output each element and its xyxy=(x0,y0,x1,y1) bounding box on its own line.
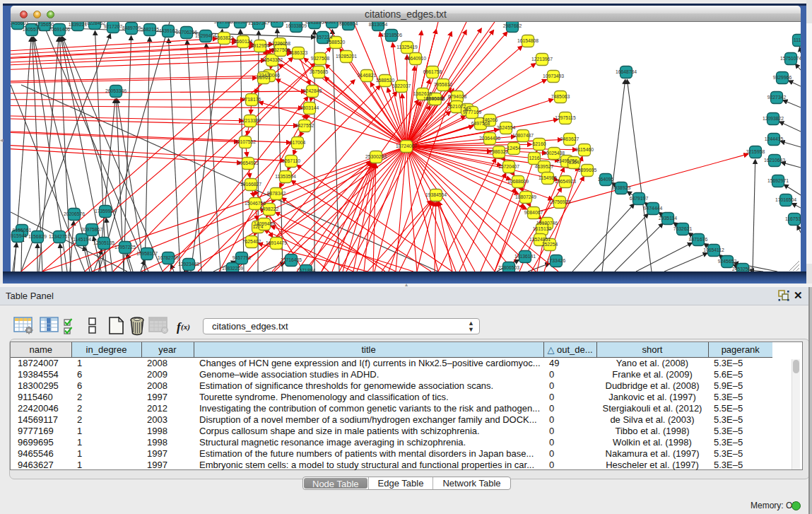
svg-text:1362615: 1362615 xyxy=(413,91,433,96)
svg-text:22455603: 22455603 xyxy=(11,22,28,25)
svg-text:8878342: 8878342 xyxy=(267,191,286,196)
svg-text:62160: 62160 xyxy=(533,141,546,146)
svg-text:1145194: 1145194 xyxy=(73,237,91,242)
svg-text:12923448: 12923448 xyxy=(178,262,199,267)
svg-text:9155061: 9155061 xyxy=(13,228,32,233)
svg-text:98961: 98961 xyxy=(257,75,271,80)
svg-text:1244415: 1244415 xyxy=(765,136,784,141)
svg-text:11353594: 11353594 xyxy=(275,174,296,179)
svg-text:4639527: 4639527 xyxy=(535,164,554,169)
svg-text:8186323: 8186323 xyxy=(289,50,308,55)
svg-text:10958107: 10958107 xyxy=(136,251,158,256)
svg-text:12213389: 12213389 xyxy=(240,118,261,123)
svg-text:19218506: 19218506 xyxy=(381,33,402,37)
svg-text:6899695: 6899695 xyxy=(578,168,597,173)
svg-text:9245652: 9245652 xyxy=(718,259,737,264)
svg-text:12213967: 12213967 xyxy=(531,57,553,62)
svg-text:8364: 8364 xyxy=(568,160,579,165)
svg-text:19654923: 19654923 xyxy=(237,160,259,165)
svg-text:1615132: 1615132 xyxy=(533,226,552,231)
svg-text:7357224: 7357224 xyxy=(314,35,333,40)
svg-text:16033809: 16033809 xyxy=(286,23,307,28)
svg-text:6794028: 6794028 xyxy=(448,94,467,99)
svg-text:7485063: 7485063 xyxy=(551,94,570,99)
svg-text:9457791: 9457791 xyxy=(233,255,252,260)
svg-text:9329966: 9329966 xyxy=(773,75,792,80)
svg-text:9242848: 9242848 xyxy=(303,88,322,93)
svg-text:10228452: 10228452 xyxy=(84,22,105,25)
svg-text:9463627: 9463627 xyxy=(560,136,579,141)
svg-text:10654112: 10654112 xyxy=(703,247,724,252)
svg-text:2718176: 2718176 xyxy=(242,97,261,102)
svg-text:11325419: 11325419 xyxy=(396,45,418,49)
svg-text:3215958: 3215958 xyxy=(746,149,765,154)
svg-text:15720407: 15720407 xyxy=(498,164,519,169)
svg-text:164095: 164095 xyxy=(598,177,614,182)
svg-text:3915941: 3915941 xyxy=(11,233,27,238)
svg-text:746266: 746266 xyxy=(482,117,498,122)
svg-text:3624554: 3624554 xyxy=(497,125,516,130)
svg-text:16543362: 16543362 xyxy=(261,57,283,62)
svg-text:1733426: 1733426 xyxy=(547,258,566,263)
svg-text:20691406: 20691406 xyxy=(49,27,70,32)
svg-text:17359924: 17359924 xyxy=(95,209,116,214)
svg-text:23706266: 23706266 xyxy=(176,30,197,35)
svg-text:8471676: 8471676 xyxy=(689,237,708,242)
svg-text:10973493: 10973493 xyxy=(543,74,564,78)
svg-text:7986322: 7986322 xyxy=(490,149,509,154)
svg-text:10025438: 10025438 xyxy=(543,151,565,156)
svg-text:16648784: 16648784 xyxy=(616,69,637,74)
svg-text:12093822: 12093822 xyxy=(763,116,784,121)
svg-text:19756928: 19756928 xyxy=(549,199,570,204)
svg-text:1117: 1117 xyxy=(794,37,801,42)
svg-text:2987682: 2987682 xyxy=(503,23,522,28)
svg-text:3267110: 3267110 xyxy=(282,158,300,163)
svg-text:19654923: 19654923 xyxy=(555,179,576,184)
svg-text:12505135: 12505135 xyxy=(93,240,114,245)
svg-text:13226058: 13226058 xyxy=(269,41,290,46)
svg-text:10107552: 10107552 xyxy=(235,139,256,144)
svg-text:13524851: 13524851 xyxy=(529,237,551,242)
svg-text:6961758: 6961758 xyxy=(423,69,442,74)
svg-text:20364436: 20364436 xyxy=(479,136,500,141)
svg-text:3675685: 3675685 xyxy=(310,69,329,74)
svg-text:12342757: 12342757 xyxy=(49,234,70,239)
svg-text:8660124: 8660124 xyxy=(234,39,253,44)
svg-text:22806503: 22806503 xyxy=(498,265,519,270)
svg-text:20206576: 20206576 xyxy=(64,211,85,216)
svg-text:16914479: 16914479 xyxy=(266,240,287,245)
svg-text:14099489: 14099489 xyxy=(254,221,275,226)
svg-text:9474444: 9474444 xyxy=(644,206,663,211)
svg-text:1216: 1216 xyxy=(529,156,539,160)
svg-text:1405571: 1405571 xyxy=(23,27,42,32)
svg-text:15751074: 15751074 xyxy=(780,56,801,61)
svg-text:8427552: 8427552 xyxy=(295,123,314,128)
svg-text:8938923: 8938923 xyxy=(612,185,631,190)
svg-text:4143890: 4143890 xyxy=(305,22,324,25)
svg-text:6879197: 6879197 xyxy=(630,196,649,201)
svg-text:15157347: 15157347 xyxy=(248,22,269,25)
svg-text:10688609: 10688609 xyxy=(507,179,529,184)
svg-text:30975867: 30975867 xyxy=(81,227,102,232)
svg-text:26053346: 26053346 xyxy=(105,88,126,93)
svg-text:10807487: 10807487 xyxy=(512,133,534,138)
svg-text:9115460: 9115460 xyxy=(575,147,594,152)
svg-text:19166827: 19166827 xyxy=(240,182,261,187)
svg-text:2935114: 2935114 xyxy=(659,216,677,221)
svg-text:17957225: 17957225 xyxy=(114,245,136,250)
svg-text:15046756: 15046756 xyxy=(245,201,266,206)
svg-text:16154808: 16154808 xyxy=(517,38,539,43)
svg-text:9327506: 9327506 xyxy=(271,47,290,52)
svg-text:14136141: 14136141 xyxy=(514,254,536,259)
svg-text:252254: 252254 xyxy=(542,242,558,247)
svg-text:19384554: 19384554 xyxy=(425,192,447,197)
svg-text:617004: 617004 xyxy=(290,140,306,145)
svg-text:7663822: 7663822 xyxy=(215,35,234,40)
svg-text:5322037: 5322037 xyxy=(392,83,411,88)
svg-text:1588520: 1588520 xyxy=(326,40,346,45)
svg-text:24532561: 24532561 xyxy=(732,267,753,271)
svg-text:9217207: 9217207 xyxy=(104,24,123,29)
svg-text:16120746: 16120746 xyxy=(536,221,558,226)
svg-text:2066449: 2066449 xyxy=(268,22,287,23)
svg-text:5682115: 5682115 xyxy=(141,27,159,32)
